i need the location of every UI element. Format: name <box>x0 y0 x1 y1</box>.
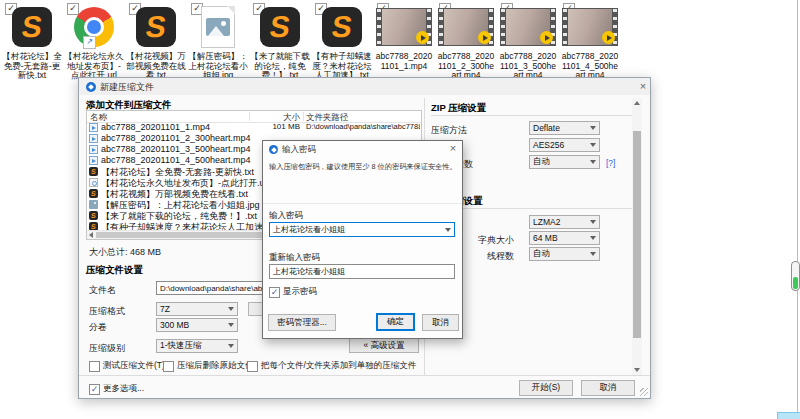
level-label: 压缩级别 <box>89 342 125 355</box>
icon-art <box>312 5 372 49</box>
filmstrip-icon <box>377 9 381 45</box>
zip-threads-select[interactable]: 自动 <box>529 155 600 169</box>
partial-window-corner <box>777 412 800 419</box>
checkbox-box[interactable] <box>89 361 100 372</box>
chevron-down-icon <box>228 344 234 348</box>
delete-after-checkbox[interactable]: 压缩后删除原始文件 <box>163 360 254 372</box>
icon-art <box>2 5 62 49</box>
resize-grip[interactable] <box>640 388 648 396</box>
sevenz-threads-select[interactable]: 自动 <box>529 247 600 261</box>
sublime-icon <box>260 7 300 47</box>
close-icon[interactable]: × <box>446 142 460 155</box>
screen-edge-line <box>797 0 798 419</box>
scroll-down-icon[interactable] <box>632 365 642 375</box>
file-icon <box>89 134 98 143</box>
ok-button[interactable]: 确定 <box>376 313 415 331</box>
sevenz-method-select[interactable]: LZMA2 <box>529 215 600 229</box>
filmstrip-icon <box>501 9 505 45</box>
advanced-settings-button[interactable]: « 高级设置 <box>349 338 419 353</box>
file-icon <box>89 189 98 198</box>
confirm-password-input[interactable]: 上村花论坛看小姐姐 <box>269 264 455 279</box>
separate-archives-checkbox[interactable]: 把每个文件/文件夹添加到单独的压缩文件 <box>247 360 416 372</box>
bottom-divider <box>79 375 650 376</box>
chevron-down-icon[interactable] <box>445 228 451 232</box>
test-archive-checkbox[interactable]: 测试压缩文件(T) <box>89 360 165 372</box>
video-thumbnail <box>376 8 432 46</box>
start-button[interactable]: 开始(S) <box>519 380 573 396</box>
video-thumbnail <box>500 8 556 46</box>
show-password-checkbox[interactable]: ✓显示密码 <box>269 286 317 298</box>
scroll-up-icon[interactable] <box>632 98 642 108</box>
cancel-button[interactable]: 取消 <box>422 314 459 331</box>
column-divider[interactable] <box>249 112 250 121</box>
volume-label: 分卷 <box>89 321 107 334</box>
scrollbar-thumb[interactable] <box>633 131 641 338</box>
checkbox-box[interactable] <box>163 361 174 372</box>
hscrollbar-thumb[interactable] <box>96 232 286 238</box>
page-fold <box>227 6 235 14</box>
bandizip-icon <box>86 82 96 92</box>
dict-size-select[interactable]: 64 MB <box>529 231 600 245</box>
checkbox-box[interactable]: ✓ <box>89 384 100 395</box>
icon-art <box>250 5 310 49</box>
checkbox-box[interactable] <box>247 361 258 372</box>
sublime-icon <box>12 7 52 47</box>
checkbox-box[interactable]: ✓ <box>269 287 280 298</box>
dict-size-label: 字典大小 <box>459 234 514 247</box>
shortcut-arrow-icon: ↗ <box>83 36 96 49</box>
filename-label: 文件名 <box>89 284 116 297</box>
password-dialog: 输入密码 × 输入压缩包密码，建议使用至少 8 位的密码来保证安全性。 输入密码… <box>262 140 463 339</box>
format-select[interactable]: 7Z <box>156 302 238 316</box>
level-select[interactable]: 1-快速压缩 <box>156 339 238 353</box>
file-icon <box>89 200 98 209</box>
format-label: 压缩格式 <box>89 305 125 318</box>
panel-scrollbar[interactable] <box>632 98 642 375</box>
file-icon <box>89 178 98 187</box>
icon-art <box>498 5 558 49</box>
icon-art: ↗ <box>64 5 124 49</box>
file-icon <box>89 156 98 165</box>
video-thumbnail <box>562 8 618 46</box>
divider <box>263 203 462 204</box>
sublime-icon <box>322 7 362 47</box>
icon-art <box>374 5 434 49</box>
play-icon <box>478 31 491 44</box>
password-input[interactable]: 上村花论坛看小姐姐 <box>269 222 455 237</box>
section-divider <box>431 115 632 116</box>
encryption-select[interactable]: AES256 <box>529 138 600 152</box>
file-icon <box>89 211 98 220</box>
close-icon[interactable]: × <box>636 80 650 93</box>
dialog-titlebar[interactable]: 新建压缩文件 × <box>79 78 650 95</box>
password-manager-button[interactable]: 密码管理器... <box>268 314 336 331</box>
column-divider[interactable] <box>303 112 304 121</box>
chevron-down-icon <box>590 160 596 164</box>
file-icon <box>89 145 98 154</box>
more-options-checkbox[interactable]: ✓更多选项... <box>89 383 144 395</box>
image-glyph <box>206 18 230 36</box>
play-icon <box>602 31 615 44</box>
compression-method-select[interactable]: Deflate <box>529 121 600 135</box>
icon-art <box>560 5 620 49</box>
desktop-icon-label: 【村花论坛】全免费-无套路-更新快.txt <box>2 52 62 81</box>
icon-art <box>126 5 186 49</box>
password-hint-text: 输入压缩包密码，建议使用至少 8 位的密码来保证安全性。 <box>269 162 457 172</box>
cancel-button[interactable]: 取消 <box>581 380 635 396</box>
file-name: abc7788_20201101_1.mp4 <box>101 122 210 132</box>
password-dialog-titlebar[interactable]: 输入密码 × <box>263 141 462 157</box>
help-link[interactable]: [?] <box>606 158 615 168</box>
chrome-inner-circle <box>87 20 101 34</box>
volume-select[interactable]: 300 MB <box>156 318 238 332</box>
chevron-down-icon <box>228 307 234 311</box>
filmstrip-icon <box>439 9 443 45</box>
play-icon <box>540 31 553 44</box>
zip-settings-header: ZIP 压缩设置 <box>431 102 486 115</box>
sublime-icon <box>136 7 176 47</box>
table-row[interactable]: abc7788_20201101_1.mp4101 MBD:\download\… <box>87 122 421 133</box>
green-indicator <box>793 277 798 289</box>
icon-art <box>436 5 496 49</box>
filmstrip-icon <box>563 9 567 45</box>
desktop-icon[interactable]: ✓【村花论坛】全免费-无套路-更新快.txt <box>2 2 62 94</box>
scroll-left-icon[interactable] <box>87 231 95 239</box>
chevron-down-icon <box>590 126 596 130</box>
bandizip-icon <box>269 145 278 154</box>
